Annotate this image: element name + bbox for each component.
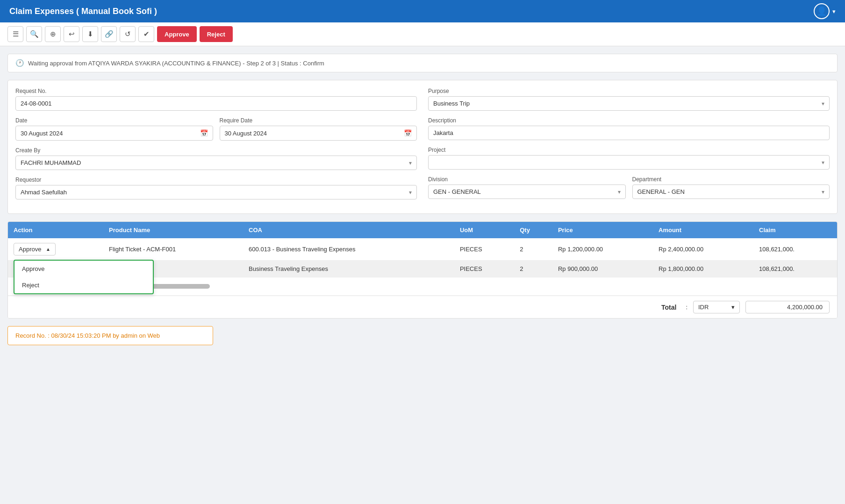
action-value-1: Approve <box>19 246 41 253</box>
total-currency-selector[interactable]: IDR ▾ <box>693 301 740 313</box>
create-by-select-wrapper: FACHRI MUHAMMAD ▾ <box>15 156 417 170</box>
row2-claim: 108,621,000. <box>753 261 837 277</box>
create-by-label: Create By <box>15 147 417 154</box>
approve-button[interactable]: Approve <box>157 26 197 42</box>
project-group: Project ▾ <box>428 147 830 170</box>
currency-value: IDR <box>698 304 709 311</box>
date-label: Date <box>15 117 213 124</box>
purpose-label: Purpose <box>428 88 830 94</box>
page-title: Claim Expenses ( Manual Book Sofi ) <box>9 7 157 16</box>
row1-price: Rp 1,200,000.00 <box>552 238 653 261</box>
description-group: Description <box>428 117 830 140</box>
row2-coa: Business Traveling Expenses <box>243 261 454 277</box>
table-header-row: Action Product Name COA UoM Qty Price Am… <box>8 222 837 238</box>
requestor-group: Requestor Ahmad Saefullah ▾ <box>15 177 417 199</box>
back-button[interactable]: ↩ <box>64 26 79 42</box>
calendar-icon[interactable]: 📅 <box>200 129 208 137</box>
date-input-wrapper: 📅 <box>15 126 213 141</box>
purpose-select[interactable]: Business Trip <box>429 97 829 110</box>
form-left: Request No. Date 📅 Require Date 📅 <box>15 88 417 206</box>
date-group: Date 📅 <box>15 117 213 141</box>
main-content: 🕐 Waiting approval from ATQIYA WARDA SYA… <box>0 46 845 353</box>
create-by-group: Create By FACHRI MUHAMMAD ▾ <box>15 147 417 170</box>
description-input[interactable] <box>428 126 830 140</box>
row2-amount: Rp 1,800,000.00 <box>653 261 753 277</box>
col-product-name: Product Name <box>103 222 243 238</box>
expense-table: Action Product Name COA UoM Qty Price Am… <box>8 222 837 296</box>
download-button[interactable]: ⬇ <box>82 26 98 42</box>
description-label: Description <box>428 117 830 124</box>
total-section: Total : IDR ▾ 4,200,000.00 <box>8 296 837 318</box>
link-button[interactable]: 🔗 <box>101 26 117 42</box>
col-claim: Claim <box>753 222 837 238</box>
row1-action-cell: Approve ▲ Approve Reject <box>8 238 103 261</box>
project-select-wrapper: ▾ <box>428 155 830 170</box>
requestor-label: Requestor <box>15 177 417 183</box>
reject-button[interactable]: Reject <box>200 26 233 42</box>
project-label: Project <box>428 147 830 153</box>
avatar: 👤 <box>814 3 830 19</box>
require-date-input-wrapper: 📅 <box>220 126 417 141</box>
search-button[interactable]: 🔍 <box>26 26 42 42</box>
currency-chevron-icon: ▾ <box>731 304 735 311</box>
action-dropdown-popup-1: Approve Reject <box>14 260 154 294</box>
request-no-label: Request No. <box>15 88 417 94</box>
form-right: Purpose Business Trip ▾ Description Proj… <box>428 88 830 206</box>
require-date-label: Require Date <box>220 117 417 124</box>
list-button[interactable]: ☰ <box>7 26 23 42</box>
user-menu[interactable]: 👤 ▾ <box>814 3 836 19</box>
col-coa: COA <box>243 222 454 238</box>
department-group: Department GENERAL - GEN ▾ <box>632 176 830 199</box>
requestor-select[interactable]: Ahmad Saefullah <box>16 185 416 199</box>
action-dropdown-1: Approve ▲ Approve Reject <box>14 243 56 256</box>
table-row: Approve ▲ Approve Reject Flight Ticket -… <box>8 238 837 261</box>
department-label: Department <box>632 176 830 183</box>
row2-uom: PIECES <box>454 261 514 277</box>
row1-amount: Rp 2,400,000.00 <box>653 238 753 261</box>
division-label: Division <box>428 176 626 183</box>
create-by-select[interactable]: FACHRI MUHAMMAD <box>16 156 416 170</box>
project-select[interactable] <box>429 156 829 169</box>
total-label: Total <box>661 304 676 311</box>
dropdown-reject-option[interactable]: Reject <box>14 277 153 293</box>
request-no-input[interactable] <box>15 96 417 111</box>
purpose-group: Purpose Business Trip ▾ <box>428 88 830 111</box>
require-calendar-icon[interactable]: 📅 <box>404 129 412 137</box>
require-date-input[interactable] <box>225 130 404 137</box>
refresh-button[interactable]: ↺ <box>120 26 136 42</box>
col-amount: Amount <box>653 222 753 238</box>
add-button[interactable]: ⊕ <box>45 26 61 42</box>
request-no-group: Request No. <box>15 88 417 111</box>
division-group: Division GEN - GENERAL ▾ <box>428 176 626 199</box>
table-section: Action Product Name COA UoM Qty Price Am… <box>7 221 838 319</box>
record-text: Record No. : 08/30/24 15:03:20 PM by adm… <box>15 332 160 339</box>
row2-qty: 2 <box>514 261 552 277</box>
row1-claim: 108,621,000. <box>753 238 837 261</box>
user-dropdown-arrow: ▾ <box>832 8 836 15</box>
toolbar: ☰ 🔍 ⊕ ↩ ⬇ 🔗 ↺ ✔ Approve Reject <box>0 22 845 46</box>
col-qty: Qty <box>514 222 552 238</box>
col-action: Action <box>8 222 103 238</box>
row1-coa: 600.013 - Business Traveling Expenses <box>243 238 454 261</box>
check-button[interactable]: ✔ <box>138 26 154 42</box>
action-select-btn-1[interactable]: Approve ▲ <box>14 243 56 256</box>
clock-icon: 🕐 <box>15 59 24 67</box>
form-section: Request No. Date 📅 Require Date 📅 <box>7 80 838 214</box>
col-price: Price <box>552 222 653 238</box>
date-input[interactable] <box>21 130 200 137</box>
purpose-select-wrapper: Business Trip ▾ <box>428 96 830 111</box>
row1-uom: PIECES <box>454 238 514 261</box>
action-chevron-up-icon: ▲ <box>46 247 50 252</box>
row2-price: Rp 900,000.00 <box>552 261 653 277</box>
record-bar: Record No. : 08/30/24 15:03:20 PM by adm… <box>7 326 213 345</box>
department-select[interactable]: GENERAL - GEN <box>633 185 830 199</box>
division-select[interactable]: GEN - GENERAL <box>429 185 625 199</box>
requestor-select-wrapper: Ahmad Saefullah ▾ <box>15 185 417 199</box>
row1-qty: 2 <box>514 238 552 261</box>
status-bar: 🕐 Waiting approval from ATQIYA WARDA SYA… <box>7 54 838 72</box>
header: Claim Expenses ( Manual Book Sofi ) 👤 ▾ <box>0 0 845 22</box>
dropdown-approve-option[interactable]: Approve <box>14 261 153 277</box>
require-date-group: Require Date 📅 <box>220 117 417 141</box>
total-amount-display: 4,200,000.00 <box>745 301 830 313</box>
row1-product-name: Flight Ticket - ACM-F001 <box>103 238 243 261</box>
